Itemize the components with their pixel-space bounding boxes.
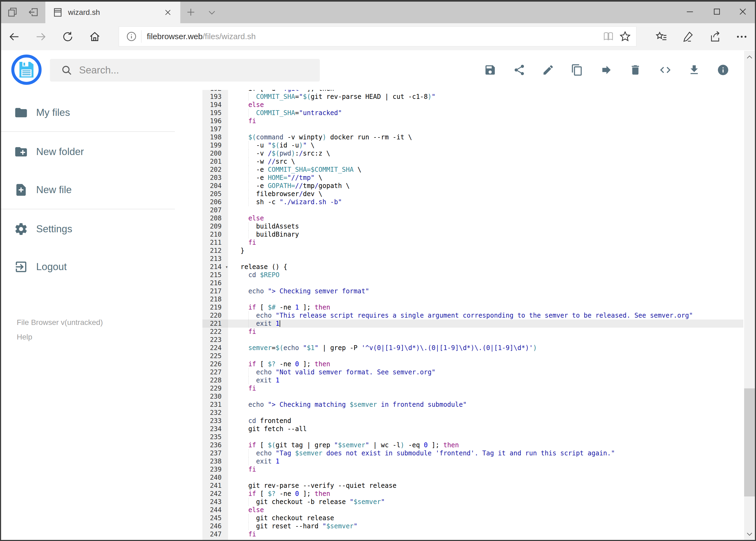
refresh-button[interactable]: [58, 27, 77, 46]
app-logo[interactable]: [11, 55, 42, 85]
help-link[interactable]: Help: [17, 333, 32, 341]
code-line[interactable]: [228, 392, 743, 400]
sidebar-item-settings[interactable]: Settings: [0, 217, 194, 242]
window-close-button[interactable]: [731, 3, 755, 21]
code-line[interactable]: release () {: [228, 263, 743, 271]
code-line[interactable]: COMMIT_SHA="$(git rev-parse HEAD | cut -…: [228, 93, 743, 101]
code-line[interactable]: [228, 433, 743, 441]
code-line[interactable]: -w //src \: [228, 158, 743, 166]
code-line[interactable]: cd frontend: [228, 417, 743, 425]
code-line[interactable]: echo "Tag $semver does not exist in subm…: [228, 449, 743, 457]
info-button[interactable]: [717, 64, 729, 76]
more-options-button[interactable]: [733, 28, 751, 45]
sidebar-item-logout[interactable]: Logout: [0, 255, 194, 279]
code-line[interactable]: buildAssets: [228, 222, 743, 231]
code-line[interactable]: -v /$(pwd):/src:z \: [228, 149, 743, 158]
code-line[interactable]: [228, 125, 743, 133]
tab-preview-button[interactable]: [5, 5, 20, 19]
code-line[interactable]: fi: [228, 465, 743, 473]
code-line[interactable]: -u "$(id -u)" \: [228, 141, 743, 149]
code-line[interactable]: [228, 255, 743, 263]
code-line[interactable]: exit 1: [228, 319, 743, 327]
scroll-down-button[interactable]: [744, 528, 755, 540]
code-line[interactable]: [228, 295, 743, 303]
maximize-button[interactable]: [705, 3, 729, 21]
code-line[interactable]: echo "> Checking semver format": [228, 287, 743, 295]
edit-button[interactable]: [542, 64, 554, 76]
copy-button[interactable]: [571, 64, 583, 76]
code-line[interactable]: fi: [228, 117, 743, 125]
tab-close-button[interactable]: [163, 8, 173, 17]
tab-list-dropdown[interactable]: [205, 6, 219, 18]
code-line[interactable]: [228, 473, 743, 482]
code-editor[interactable]: 1921931941951961971981992002012022032042…: [202, 90, 743, 540]
scrollbar-thumb[interactable]: [744, 388, 755, 496]
code-line[interactable]: if [ $# -ne 1 ]; then: [228, 303, 743, 311]
code-line[interactable]: git rev-parse --verify --quiet release: [228, 482, 743, 490]
code-line[interactable]: COMMIT_SHA="untracked": [228, 109, 743, 117]
code-line[interactable]: else: [228, 101, 743, 109]
code-line[interactable]: if [ $? -ne 0 ]; then: [228, 360, 743, 368]
scroll-up-button[interactable]: [744, 51, 755, 63]
download-button[interactable]: [688, 64, 700, 76]
set-aside-tabs-button[interactable]: [26, 5, 41, 19]
search-bar[interactable]: [50, 59, 320, 82]
code-line[interactable]: semver=$(echo "$1" | grep -P '^v(0|[1-9]…: [228, 344, 743, 352]
minimize-button[interactable]: [678, 3, 702, 21]
code-line[interactable]: else: [228, 214, 743, 222]
delete-button[interactable]: [629, 64, 641, 76]
code-line[interactable]: sh -c "./wizard.sh -b": [228, 198, 743, 206]
favorites-hub-button[interactable]: [652, 28, 670, 45]
code-line[interactable]: [228, 352, 743, 360]
code-line[interactable]: if [ -d ".git" ]; then: [228, 90, 743, 93]
share-button[interactable]: [706, 28, 724, 45]
code-line[interactable]: git checkout -b release "$semver": [228, 498, 743, 506]
code-line[interactable]: if [ $(git tag | grep "$semver" | wc -l)…: [228, 441, 743, 449]
code-line[interactable]: filebrowser/dev \: [228, 190, 743, 198]
code-line[interactable]: if [ $? -ne 0 ]; then: [228, 490, 743, 498]
code-line[interactable]: [228, 336, 743, 344]
code-line[interactable]: [228, 279, 743, 287]
code-line[interactable]: fi: [228, 327, 743, 336]
code-line[interactable]: fi: [228, 530, 743, 538]
code-line[interactable]: fi: [228, 384, 743, 392]
home-button[interactable]: [85, 27, 104, 46]
new-tab-button[interactable]: [184, 5, 197, 19]
back-button[interactable]: [5, 27, 24, 46]
code-line[interactable]: echo "Not valid semver format. See semve…: [228, 368, 743, 376]
code-line[interactable]: else: [228, 506, 743, 514]
web-notes-button[interactable]: [679, 28, 697, 45]
sidebar-item-my-files[interactable]: My files: [0, 100, 194, 125]
code-line[interactable]: cd $REPO: [228, 271, 743, 279]
fold-caret-icon[interactable]: ▾: [225, 263, 228, 271]
site-info-icon[interactable]: [126, 31, 137, 42]
code-line[interactable]: echo "This release script requires a sin…: [228, 311, 743, 319]
browser-tab[interactable]: wizard.sh: [45, 2, 180, 23]
code-line[interactable]: exit 1: [228, 457, 743, 465]
code-line[interactable]: -e GOPATH=//tmp/gopath \: [228, 182, 743, 190]
move-button[interactable]: [600, 64, 613, 76]
add-favorite-button[interactable]: [617, 28, 633, 45]
code-line[interactable]: -e HOME="//tmp" \: [228, 174, 743, 182]
search-input[interactable]: [79, 64, 296, 76]
url-field[interactable]: filebrowser.web/files/wizard.sh: [119, 26, 636, 46]
code-line[interactable]: echo "> Checking matching $semver in fro…: [228, 400, 743, 409]
code-view-button[interactable]: [659, 64, 671, 76]
reading-view-button[interactable]: [600, 28, 617, 45]
forward-button[interactable]: [31, 27, 50, 46]
code-line[interactable]: [228, 409, 743, 417]
page-scrollbar[interactable]: [744, 51, 755, 540]
code-line[interactable]: exit 1: [228, 376, 743, 384]
sidebar-item-new-folder[interactable]: New folder: [0, 139, 194, 164]
code-line[interactable]: git checkout release: [228, 514, 743, 522]
code-line[interactable]: $(command -v winpty) docker run --rm -it…: [228, 133, 743, 141]
code-line[interactable]: buildBinary: [228, 231, 743, 239]
code-line[interactable]: [228, 206, 743, 214]
code-line[interactable]: git fetch --all: [228, 425, 743, 433]
share-file-button[interactable]: [513, 64, 526, 76]
code-line[interactable]: }: [228, 247, 743, 255]
sidebar-item-new-file[interactable]: New file: [0, 178, 194, 202]
code-line[interactable]: -e COMMIT_SHA=$COMMIT_SHA \: [228, 166, 743, 174]
save-button[interactable]: [484, 64, 496, 76]
code-line[interactable]: git reset --hard "$semver": [228, 522, 743, 530]
